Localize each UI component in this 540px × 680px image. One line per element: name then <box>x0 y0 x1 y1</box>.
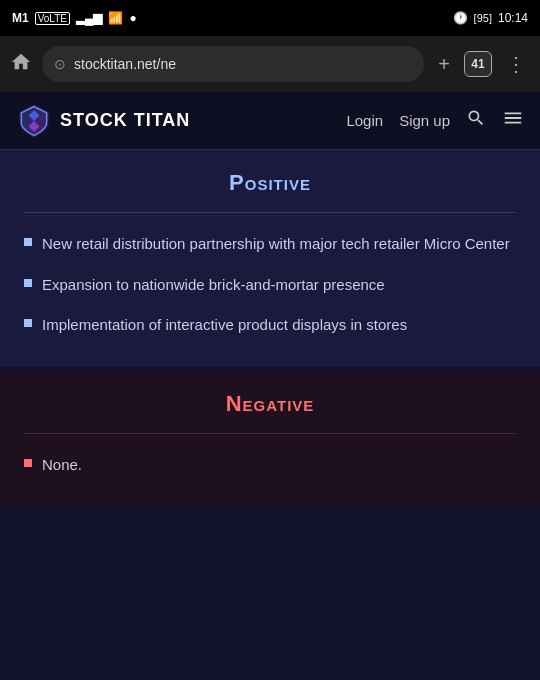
bullet-icon-1 <box>24 238 32 246</box>
negative-divider <box>24 433 516 434</box>
negative-title: Negative <box>24 391 516 417</box>
positive-bullet-1: New retail distribution partnership with… <box>24 233 516 256</box>
browser-chrome: ⊙ stocktitan.net/ne + 41 ⋮ <box>0 36 540 92</box>
whatsapp-icon: ● <box>129 11 136 25</box>
logo-shield-icon <box>16 103 52 139</box>
site-header: STOCK TITAN Login Sign up <box>0 92 540 150</box>
positive-bullet-text-1: New retail distribution partnership with… <box>42 233 510 256</box>
signal-icon: ▂▄▆ <box>76 11 103 25</box>
site-icon: ⊙ <box>54 56 66 72</box>
negative-section: Negative None. <box>0 371 540 507</box>
site-logo-text: STOCK TITAN <box>60 110 190 131</box>
positive-bullet-2: Expansion to nationwide brick-and-mortar… <box>24 274 516 297</box>
carrier-label: M1 <box>12 11 29 25</box>
positive-title: Positive <box>24 170 516 196</box>
positive-divider <box>24 212 516 213</box>
menu-button[interactable]: ⋮ <box>502 48 530 80</box>
negative-bullet-text-1: None. <box>42 454 82 477</box>
positive-bullet-text-3: Implementation of interactive product di… <box>42 314 407 337</box>
status-bar: M1 VoLTE ▂▄▆ 📶 ● 🕐 [95] 10:14 <box>0 0 540 36</box>
positive-bullet-list: New retail distribution partnership with… <box>24 233 516 337</box>
address-text: stocktitan.net/ne <box>74 56 412 72</box>
negative-bullet-1: None. <box>24 454 516 477</box>
battery-icon: [95] <box>474 12 492 24</box>
negative-bullet-icon-1 <box>24 459 32 467</box>
volte-badge: VoLTE <box>35 12 70 25</box>
page-content: Positive New retail distribution partner… <box>0 150 540 680</box>
signup-link[interactable]: Sign up <box>399 112 450 129</box>
status-left: M1 VoLTE ▂▄▆ 📶 ● <box>12 11 137 25</box>
logo-area: STOCK TITAN <box>16 103 346 139</box>
hamburger-menu-icon[interactable] <box>502 107 524 134</box>
positive-bullet-3: Implementation of interactive product di… <box>24 314 516 337</box>
status-right: 🕐 [95] 10:14 <box>453 11 528 25</box>
time-label: 10:14 <box>498 11 528 25</box>
positive-bullet-text-2: Expansion to nationwide brick-and-mortar… <box>42 274 385 297</box>
home-button[interactable] <box>10 51 32 78</box>
tab-count-badge[interactable]: 41 <box>464 51 492 77</box>
alarm-icon: 🕐 <box>453 11 468 25</box>
nav-links: Login Sign up <box>346 107 524 134</box>
address-bar[interactable]: ⊙ stocktitan.net/ne <box>42 46 424 82</box>
login-link[interactable]: Login <box>346 112 383 129</box>
positive-section: Positive New retail distribution partner… <box>0 150 540 371</box>
negative-bullet-list: None. <box>24 454 516 477</box>
bullet-icon-2 <box>24 279 32 287</box>
new-tab-button[interactable]: + <box>434 49 454 80</box>
search-icon[interactable] <box>466 108 486 133</box>
bullet-icon-3 <box>24 319 32 327</box>
wifi-icon: 📶 <box>108 11 123 25</box>
